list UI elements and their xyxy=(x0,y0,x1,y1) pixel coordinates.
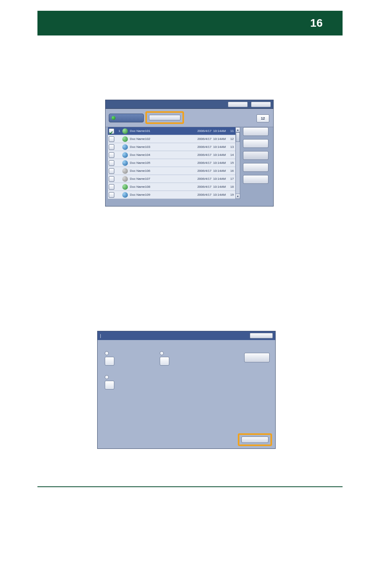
row-checkbox[interactable] xyxy=(109,184,114,190)
table-row[interactable]: Doc Name1082006/4/1710:14AM18 xyxy=(108,183,235,191)
footer-rule xyxy=(37,486,343,487)
retention-option-3[interactable] xyxy=(105,375,114,389)
row-name: Doc Name103 xyxy=(129,145,192,149)
document-type-icon xyxy=(122,128,128,134)
row-name: Doc Name106 xyxy=(129,169,192,173)
row-checkbox[interactable] xyxy=(109,168,114,174)
row-pages: 18 xyxy=(227,185,235,189)
document-table: 1Doc Name1012006/4/1710:14AM11Doc Name10… xyxy=(108,127,235,203)
scrollbar[interactable]: ▲ ▼ xyxy=(235,127,240,199)
other-functions-highlight xyxy=(145,111,184,124)
panel2-right-button[interactable] xyxy=(244,353,270,362)
panel-toolbar: 12 xyxy=(106,109,273,127)
row-time: 10:14AM xyxy=(212,177,227,181)
document-type-icon xyxy=(122,168,128,174)
document-type-icon xyxy=(122,152,128,158)
row-date: 2006/4/17 xyxy=(192,145,212,149)
table-row[interactable]: Doc Name1032006/4/1710:14AM13 xyxy=(108,143,235,151)
row-pages: 17 xyxy=(227,177,235,181)
side-button-group xyxy=(243,127,271,187)
side-button-5[interactable] xyxy=(243,175,268,184)
scroll-thumb[interactable] xyxy=(236,132,240,142)
row-date: 2006/4/17 xyxy=(192,177,212,181)
row-date: 2006/4/17 xyxy=(192,193,212,197)
radio-value-box[interactable] xyxy=(105,357,114,366)
scroll-up-icon[interactable]: ▲ xyxy=(236,128,240,132)
row-pages: 15 xyxy=(227,161,235,165)
row-checkbox[interactable] xyxy=(109,144,114,150)
row-name: Doc Name107 xyxy=(129,177,192,181)
row-pages: 14 xyxy=(227,153,235,157)
side-button-1[interactable] xyxy=(243,127,268,136)
row-checkbox[interactable] xyxy=(109,160,114,166)
radio-icon[interactable] xyxy=(105,375,109,379)
row-time: 10:14AM xyxy=(212,193,227,197)
row-pages: 16 xyxy=(227,169,235,173)
radio-icon[interactable] xyxy=(160,351,164,355)
document-type-icon xyxy=(122,176,128,182)
row-pages: 19 xyxy=(227,193,235,197)
row-date: 2006/4/17 xyxy=(192,137,212,141)
retention-time-panel: | xyxy=(97,331,276,449)
panel2-body xyxy=(98,340,275,448)
document-type-icon xyxy=(122,192,128,198)
radio-value-box[interactable] xyxy=(160,357,169,366)
select-documents-panel: 12 1Doc Name1012006/4/1710:14AM11Doc Nam… xyxy=(105,100,274,206)
status-indicator[interactable] xyxy=(109,114,144,122)
panel-titlebar xyxy=(106,100,273,109)
scroll-down-icon[interactable]: ▼ xyxy=(236,194,240,199)
table-row[interactable]: Doc Name1052006/4/1710:14AM15 xyxy=(108,159,235,167)
row-time: 10:14AM xyxy=(212,161,227,165)
row-time: 10:14AM xyxy=(212,153,227,157)
table-row[interactable]: Doc Name1022006/4/1710:14AM12 xyxy=(108,135,235,143)
row-time: 10:14AM xyxy=(212,129,227,133)
titlebar-button-2[interactable] xyxy=(251,102,271,107)
side-button-4[interactable] xyxy=(243,163,268,172)
page-count-box: 12 xyxy=(257,114,269,122)
row-name: Doc Name105 xyxy=(129,161,192,165)
row-time: 10:14AM xyxy=(212,185,227,189)
row-date: 2006/4/17 xyxy=(192,129,212,133)
row-date: 2006/4/17 xyxy=(192,185,212,189)
row-name: Doc Name102 xyxy=(129,137,192,141)
retention-option-2[interactable] xyxy=(160,351,169,366)
row-time: 10:14AM xyxy=(212,145,227,149)
table-row[interactable]: Doc Name1062006/4/1710:14AM16 xyxy=(108,167,235,175)
side-button-3[interactable] xyxy=(243,151,268,160)
row-name: Doc Name104 xyxy=(129,153,192,157)
row-checkbox[interactable] xyxy=(109,152,114,158)
set-button[interactable] xyxy=(241,437,268,443)
radio-value-box[interactable] xyxy=(105,381,114,389)
side-button-2[interactable] xyxy=(243,139,268,148)
row-name: Doc Name101 xyxy=(129,129,192,133)
row-checkbox[interactable] xyxy=(109,128,114,134)
row-checkbox[interactable] xyxy=(109,176,114,182)
radio-icon[interactable] xyxy=(105,351,109,355)
table-row[interactable]: Doc Name1042006/4/1710:14AM14 xyxy=(108,151,235,159)
row-time: 10:14AM xyxy=(212,137,227,141)
table-row[interactable]: Doc Name1092006/4/1710:14AM19 xyxy=(108,191,235,199)
row-checkbox[interactable] xyxy=(109,192,114,198)
row-checkbox[interactable] xyxy=(109,136,114,142)
document-type-icon xyxy=(122,144,128,150)
other-functions-button[interactable] xyxy=(149,115,180,120)
panel2-close-button[interactable] xyxy=(250,333,273,338)
document-header: 16 xyxy=(37,11,343,35)
row-pages: 13 xyxy=(227,145,235,149)
table-row[interactable]: Doc Name1072006/4/1710:14AM17 xyxy=(108,175,235,183)
row-time: 10:14AM xyxy=(212,169,227,173)
row-date: 2006/4/17 xyxy=(192,161,212,165)
table-row[interactable]: 1Doc Name1012006/4/1710:14AM11 xyxy=(108,127,235,135)
titlebar-button-1[interactable] xyxy=(228,102,248,107)
row-date: 2006/4/17 xyxy=(192,153,212,157)
row-number: 1 xyxy=(116,129,121,133)
panel2-titlebar: | xyxy=(98,331,275,340)
retention-option-1[interactable] xyxy=(105,351,114,366)
document-type-icon xyxy=(122,184,128,190)
row-name: Doc Name108 xyxy=(129,185,192,189)
row-name: Doc Name109 xyxy=(129,193,192,197)
row-pages: 12 xyxy=(227,137,235,141)
document-type-icon xyxy=(122,136,128,142)
document-type-icon xyxy=(122,160,128,166)
panel2-title: | xyxy=(100,334,101,338)
